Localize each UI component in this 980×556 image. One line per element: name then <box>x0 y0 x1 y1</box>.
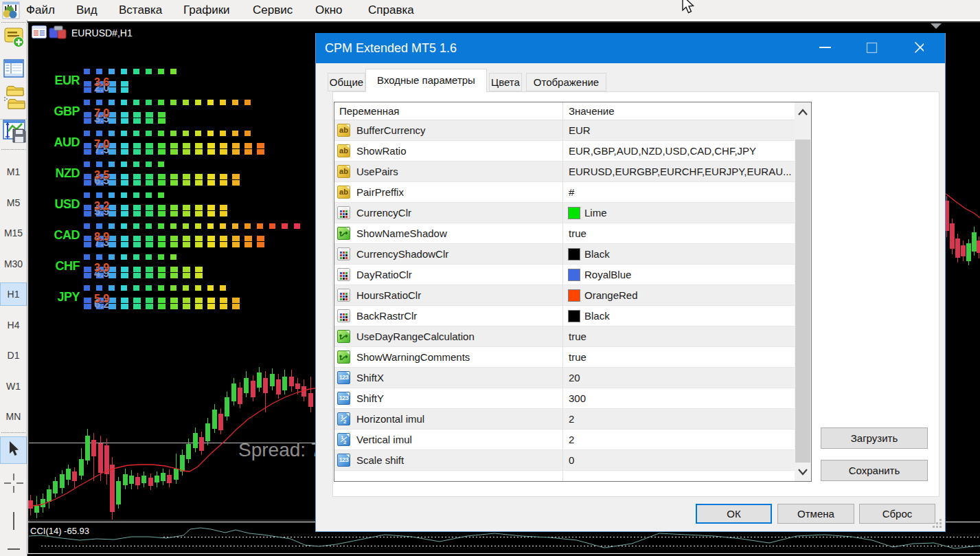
svg-text:3.9: 3.9 <box>94 262 109 274</box>
svg-text:CHF: CHF <box>56 259 80 273</box>
svg-text:CAD: CAD <box>54 228 80 242</box>
svg-text:EUR: EUR <box>54 74 80 87</box>
svg-text:USD: USD <box>54 197 80 211</box>
svg-text:AUD: AUD <box>54 135 80 149</box>
svg-text:3.2: 3.2 <box>94 200 109 212</box>
svg-text:2: 2 <box>343 419 347 425</box>
svg-text:Spread: 7: Spread: 7 <box>238 439 321 460</box>
svg-text:7.0: 7.0 <box>94 107 109 119</box>
svg-text:NZD: NZD <box>56 166 80 180</box>
svg-text:5.9: 5.9 <box>94 293 109 304</box>
svg-text:2: 2 <box>343 439 347 445</box>
svg-text:7.0: 7.0 <box>94 138 109 150</box>
svg-text:3.6: 3.6 <box>94 76 109 88</box>
svg-text:JPY: JPY <box>57 290 80 304</box>
svg-text:GBP: GBP <box>54 104 80 118</box>
svg-text:CCI(14) -65.93: CCI(14) -65.93 <box>30 526 89 536</box>
svg-text:3.5: 3.5 <box>94 169 109 181</box>
svg-text:8.9: 8.9 <box>94 231 109 243</box>
